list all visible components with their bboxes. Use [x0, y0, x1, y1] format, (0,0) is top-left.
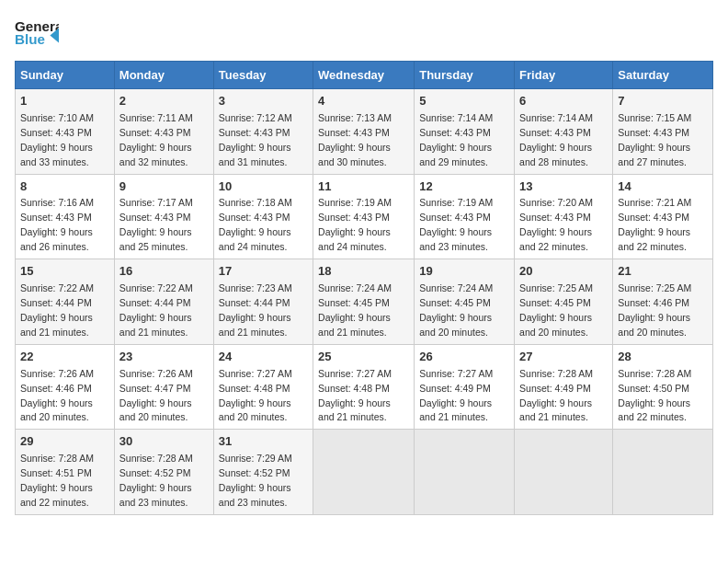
day-info: Sunrise: 7:28 AMSunset: 4:51 PMDaylight:…: [20, 453, 94, 508]
day-number: 27: [519, 349, 608, 366]
day-info: Sunrise: 7:10 AMSunset: 4:43 PMDaylight:…: [20, 112, 94, 167]
calendar-header-cell: Monday: [114, 62, 213, 89]
day-info: Sunrise: 7:18 AMSunset: 4:43 PMDaylight:…: [219, 197, 292, 252]
day-number: 19: [419, 263, 509, 281]
calendar-day-cell: 16Sunrise: 7:22 AMSunset: 4:44 PMDayligh…: [114, 259, 213, 345]
day-info: Sunrise: 7:14 AMSunset: 4:43 PMDaylight:…: [419, 112, 493, 167]
day-info: Sunrise: 7:20 AMSunset: 4:43 PMDaylight:…: [519, 197, 593, 252]
calendar-day-cell: 10Sunrise: 7:18 AMSunset: 4:43 PMDayligh…: [213, 174, 313, 259]
calendar-day-cell: 29Sunrise: 7:28 AMSunset: 4:51 PMDayligh…: [16, 430, 115, 515]
page-header: General Blue: [15, 15, 713, 52]
calendar-day-cell: 31Sunrise: 7:29 AMSunset: 4:52 PMDayligh…: [213, 430, 313, 515]
day-info: Sunrise: 7:12 AMSunset: 4:43 PMDaylight:…: [219, 112, 292, 167]
day-info: Sunrise: 7:22 AMSunset: 4:44 PMDaylight:…: [20, 282, 94, 338]
calendar-day-cell: [515, 430, 613, 515]
calendar-day-cell: 23Sunrise: 7:26 AMSunset: 4:47 PMDayligh…: [114, 344, 213, 430]
calendar-day-cell: 5Sunrise: 7:14 AMSunset: 4:43 PMDaylight…: [415, 89, 515, 175]
calendar-day-cell: 7Sunrise: 7:15 AMSunset: 4:43 PMDaylight…: [613, 89, 713, 175]
calendar-week-row: 29Sunrise: 7:28 AMSunset: 4:51 PMDayligh…: [16, 430, 713, 515]
day-info: Sunrise: 7:19 AMSunset: 4:43 PMDaylight:…: [419, 197, 493, 252]
day-number: 15: [20, 263, 109, 281]
calendar-day-cell: 17Sunrise: 7:23 AMSunset: 4:44 PMDayligh…: [213, 259, 313, 345]
day-info: Sunrise: 7:25 AMSunset: 4:46 PMDaylight:…: [618, 282, 691, 338]
calendar-day-cell: 3Sunrise: 7:12 AMSunset: 4:43 PMDaylight…: [213, 89, 313, 175]
day-number: 28: [618, 349, 708, 366]
day-number: 1: [20, 93, 109, 110]
day-number: 7: [618, 93, 708, 110]
calendar-week-row: 8Sunrise: 7:16 AMSunset: 4:43 PMDaylight…: [16, 174, 713, 259]
day-number: 21: [618, 263, 708, 281]
calendar-day-cell: 19Sunrise: 7:24 AMSunset: 4:45 PMDayligh…: [415, 259, 515, 345]
day-info: Sunrise: 7:28 AMSunset: 4:49 PMDaylight:…: [519, 368, 593, 423]
day-info: Sunrise: 7:28 AMSunset: 4:52 PMDaylight:…: [119, 453, 193, 508]
day-number: 9: [119, 178, 209, 196]
day-number: 29: [20, 433, 109, 451]
day-info: Sunrise: 7:15 AMSunset: 4:43 PMDaylight:…: [618, 112, 691, 167]
calendar-day-cell: 11Sunrise: 7:19 AMSunset: 4:43 PMDayligh…: [313, 174, 415, 259]
day-number: 22: [20, 349, 109, 366]
day-info: Sunrise: 7:21 AMSunset: 4:43 PMDaylight:…: [618, 197, 691, 252]
day-number: 5: [419, 93, 509, 110]
calendar-day-cell: [613, 430, 713, 515]
calendar-table: SundayMondayTuesdayWednesdayThursdayFrid…: [15, 61, 713, 515]
calendar-body: 1Sunrise: 7:10 AMSunset: 4:43 PMDaylight…: [16, 89, 713, 515]
day-info: Sunrise: 7:13 AMSunset: 4:43 PMDaylight:…: [318, 112, 392, 167]
calendar-day-cell: 8Sunrise: 7:16 AMSunset: 4:43 PMDaylight…: [16, 174, 115, 259]
calendar-day-cell: 15Sunrise: 7:22 AMSunset: 4:44 PMDayligh…: [16, 259, 115, 345]
calendar-header-cell: Saturday: [613, 62, 713, 89]
day-number: 23: [119, 349, 209, 366]
calendar-day-cell: 14Sunrise: 7:21 AMSunset: 4:43 PMDayligh…: [613, 174, 713, 259]
day-number: 4: [318, 93, 409, 110]
calendar-day-cell: 12Sunrise: 7:19 AMSunset: 4:43 PMDayligh…: [415, 174, 515, 259]
calendar-day-cell: 20Sunrise: 7:25 AMSunset: 4:45 PMDayligh…: [515, 259, 613, 345]
calendar-header-cell: Tuesday: [213, 62, 313, 89]
day-info: Sunrise: 7:28 AMSunset: 4:50 PMDaylight:…: [618, 368, 691, 423]
calendar-day-cell: 9Sunrise: 7:17 AMSunset: 4:43 PMDaylight…: [114, 174, 213, 259]
day-info: Sunrise: 7:14 AMSunset: 4:43 PMDaylight:…: [519, 112, 593, 167]
day-info: Sunrise: 7:23 AMSunset: 4:44 PMDaylight:…: [219, 282, 292, 338]
calendar-day-cell: 21Sunrise: 7:25 AMSunset: 4:46 PMDayligh…: [613, 259, 713, 345]
calendar-day-cell: 18Sunrise: 7:24 AMSunset: 4:45 PMDayligh…: [313, 259, 415, 345]
day-number: 8: [20, 178, 109, 196]
day-number: 16: [119, 263, 209, 281]
logo-icon: General Blue: [15, 15, 59, 52]
calendar-header-cell: Wednesday: [313, 62, 415, 89]
day-info: Sunrise: 7:11 AMSunset: 4:43 PMDaylight:…: [119, 112, 193, 167]
day-info: Sunrise: 7:26 AMSunset: 4:46 PMDaylight:…: [20, 368, 94, 423]
calendar-day-cell: 2Sunrise: 7:11 AMSunset: 4:43 PMDaylight…: [114, 89, 213, 175]
day-info: Sunrise: 7:16 AMSunset: 4:43 PMDaylight:…: [20, 197, 94, 252]
day-number: 25: [318, 349, 409, 366]
calendar-day-cell: [313, 430, 415, 515]
calendar-day-cell: 1Sunrise: 7:10 AMSunset: 4:43 PMDaylight…: [16, 89, 115, 175]
day-info: Sunrise: 7:27 AMSunset: 4:48 PMDaylight:…: [318, 368, 392, 423]
day-info: Sunrise: 7:29 AMSunset: 4:52 PMDaylight:…: [219, 453, 292, 508]
calendar-day-cell: [415, 430, 515, 515]
calendar-header-cell: Friday: [515, 62, 613, 89]
day-number: 3: [219, 93, 308, 110]
day-number: 18: [318, 263, 409, 281]
calendar-header-cell: Sunday: [16, 62, 115, 89]
day-info: Sunrise: 7:24 AMSunset: 4:45 PMDaylight:…: [318, 282, 392, 338]
calendar-day-cell: 30Sunrise: 7:28 AMSunset: 4:52 PMDayligh…: [114, 430, 213, 515]
calendar-header-row: SundayMondayTuesdayWednesdayThursdayFrid…: [16, 62, 713, 89]
calendar-day-cell: 13Sunrise: 7:20 AMSunset: 4:43 PMDayligh…: [515, 174, 613, 259]
day-info: Sunrise: 7:24 AMSunset: 4:45 PMDaylight:…: [419, 282, 493, 338]
day-info: Sunrise: 7:27 AMSunset: 4:48 PMDaylight:…: [219, 368, 292, 423]
day-info: Sunrise: 7:26 AMSunset: 4:47 PMDaylight:…: [119, 368, 193, 423]
svg-text:Blue: Blue: [15, 31, 45, 47]
calendar-day-cell: 6Sunrise: 7:14 AMSunset: 4:43 PMDaylight…: [515, 89, 613, 175]
day-number: 31: [219, 433, 308, 451]
calendar-day-cell: 4Sunrise: 7:13 AMSunset: 4:43 PMDaylight…: [313, 89, 415, 175]
calendar-day-cell: 26Sunrise: 7:27 AMSunset: 4:49 PMDayligh…: [415, 344, 515, 430]
calendar-header-cell: Thursday: [415, 62, 515, 89]
calendar-week-row: 22Sunrise: 7:26 AMSunset: 4:46 PMDayligh…: [16, 344, 713, 430]
day-number: 11: [318, 178, 409, 196]
day-number: 30: [119, 433, 209, 451]
day-info: Sunrise: 7:19 AMSunset: 4:43 PMDaylight:…: [318, 197, 392, 252]
calendar-day-cell: 24Sunrise: 7:27 AMSunset: 4:48 PMDayligh…: [213, 344, 313, 430]
day-number: 14: [618, 178, 708, 196]
day-number: 13: [519, 178, 608, 196]
day-info: Sunrise: 7:25 AMSunset: 4:45 PMDaylight:…: [519, 282, 593, 338]
calendar-day-cell: 27Sunrise: 7:28 AMSunset: 4:49 PMDayligh…: [515, 344, 613, 430]
logo: General Blue: [15, 15, 59, 52]
